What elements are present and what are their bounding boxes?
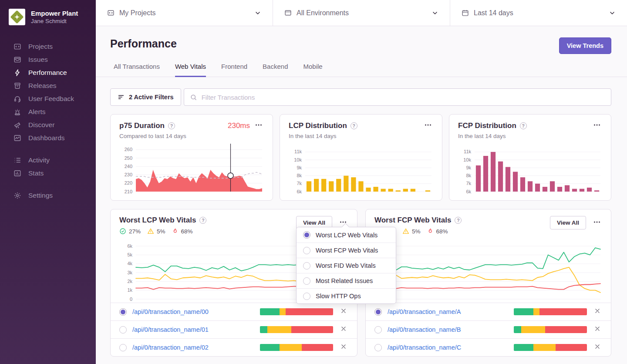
svg-text:0: 0 bbox=[130, 297, 132, 302]
view-trends-button[interactable]: View Trends bbox=[559, 37, 611, 54]
tab-mobile[interactable]: Mobile bbox=[303, 63, 322, 77]
svg-text:6k: 6k bbox=[466, 189, 471, 194]
project-picker-icon bbox=[107, 9, 115, 17]
card-title: FCP Distribution bbox=[458, 121, 516, 130]
ellipsis-menu-icon[interactable] bbox=[253, 121, 264, 131]
transaction-link[interactable]: /api/0/transaction_name/A bbox=[388, 308, 461, 315]
transaction-link[interactable]: /api/0/transaction_name/01 bbox=[132, 326, 209, 333]
menu-item-worst-fid[interactable]: Worst FID Web Vitals bbox=[297, 258, 396, 273]
tab-frontend[interactable]: Frontend bbox=[221, 63, 247, 77]
card-options-menu: Worst LCP Web Vitals Worst FCP Web Vital… bbox=[296, 227, 396, 304]
check-circle-icon bbox=[119, 228, 126, 235]
close-icon[interactable] bbox=[593, 308, 602, 316]
project-picker-label: My Projects bbox=[119, 9, 156, 17]
topbar: My Projects All Environments Last 14 day… bbox=[96, 0, 627, 26]
ellipsis-menu-icon[interactable] bbox=[592, 218, 602, 228]
help-icon[interactable]: ? bbox=[351, 122, 357, 129]
svg-text:7k: 7k bbox=[466, 181, 471, 186]
radio-button[interactable] bbox=[119, 344, 127, 351]
radio-button[interactable] bbox=[374, 326, 382, 334]
performance-icon bbox=[13, 69, 21, 77]
radio-button bbox=[303, 262, 310, 270]
close-icon[interactable] bbox=[339, 344, 348, 351]
radio-button bbox=[303, 231, 310, 239]
transaction-link[interactable]: /api/0/transaction_name/02 bbox=[132, 344, 209, 351]
vitals-bar bbox=[514, 308, 587, 315]
help-icon[interactable]: ? bbox=[168, 122, 175, 129]
menu-item-slow-http-ops[interactable]: Slow HTTP Ops bbox=[297, 288, 396, 303]
svg-text:230: 230 bbox=[125, 172, 132, 177]
sidebar-item-releases[interactable]: Releases bbox=[0, 79, 96, 92]
sidebar-item-label: Stats bbox=[28, 169, 44, 177]
vitals-bar bbox=[260, 308, 333, 315]
radio-button bbox=[303, 293, 310, 300]
close-icon[interactable] bbox=[593, 344, 602, 351]
sidebar-item-activity[interactable]: Activity bbox=[0, 154, 96, 167]
svg-text:6k: 6k bbox=[127, 243, 132, 249]
p75-value: 230ms bbox=[228, 121, 250, 130]
card-title: Worst LCP Web Vitals bbox=[119, 216, 196, 225]
warning-triangle-icon bbox=[147, 228, 154, 235]
date-range-picker[interactable]: Last 14 days bbox=[450, 0, 627, 26]
sidebar-item-alerts[interactable]: Alerts bbox=[0, 105, 96, 118]
settings-icon bbox=[13, 192, 21, 199]
sidebar-item-label: Releases bbox=[28, 82, 57, 90]
radio-button[interactable] bbox=[119, 308, 127, 316]
vitals-bar bbox=[514, 344, 587, 351]
sidebar-item-discover[interactable]: Discover bbox=[0, 118, 96, 131]
ellipsis-menu-icon[interactable] bbox=[423, 121, 433, 131]
close-icon[interactable] bbox=[339, 326, 348, 334]
sidebar-item-projects[interactable]: Projects bbox=[0, 40, 96, 53]
sidebar-nav: Projects Issues Performance Releases Use… bbox=[0, 40, 96, 202]
user-feedback-icon bbox=[13, 95, 21, 103]
sidebar-item-stats[interactable]: Stats bbox=[0, 167, 96, 180]
transaction-link[interactable]: /api/0/transaction_name/C bbox=[388, 344, 461, 351]
sidebar-item-dashboards[interactable]: Dashboards bbox=[0, 131, 96, 145]
close-icon[interactable] bbox=[339, 308, 348, 316]
menu-item-worst-fcp[interactable]: Worst FCP Web Vitals bbox=[297, 243, 396, 258]
sidebar-item-user-feedback[interactable]: User Feedback bbox=[0, 92, 96, 105]
tab-web-vitals[interactable]: Web Vitals bbox=[175, 63, 206, 77]
tab-backend[interactable]: Backend bbox=[263, 63, 288, 77]
main-area: My Projects All Environments Last 14 day… bbox=[96, 0, 627, 364]
chevron-down-icon bbox=[431, 10, 438, 17]
table-row: /api/0/transaction_name/C bbox=[366, 338, 611, 356]
active-filters-button[interactable]: 2 Active Filters bbox=[110, 88, 181, 106]
menu-item-label: Most Related Issues bbox=[316, 277, 373, 284]
menu-item-label: Slow HTTP Ops bbox=[316, 293, 361, 300]
transaction-link[interactable]: /api/0/transaction_name/B bbox=[388, 326, 461, 333]
table-row: /api/0/transaction_name/00 bbox=[111, 303, 357, 320]
p75-duration-chart: 260250240230220210 bbox=[119, 143, 264, 195]
svg-text:240: 240 bbox=[125, 164, 132, 169]
radio-button[interactable] bbox=[374, 344, 382, 351]
help-icon[interactable]: ? bbox=[520, 122, 527, 129]
project-picker[interactable]: My Projects bbox=[96, 0, 273, 26]
transaction-link[interactable]: /api/0/transaction_name/00 bbox=[132, 308, 209, 315]
tab-all-transactions[interactable]: All Transactions bbox=[114, 63, 160, 77]
menu-item-most-related-issues[interactable]: Most Related Issues bbox=[297, 273, 396, 288]
org-switcher[interactable]: Empower Plant Jane Schmidt bbox=[0, 0, 96, 25]
vitals-bar bbox=[260, 326, 333, 333]
ellipsis-menu-icon[interactable] bbox=[592, 121, 602, 131]
sidebar-item-issues[interactable]: Issues bbox=[0, 53, 96, 66]
calendar-icon bbox=[462, 9, 469, 17]
view-all-button[interactable]: View All bbox=[550, 216, 586, 229]
card-subtitle: In the last 14 days bbox=[458, 133, 602, 139]
radio-button[interactable] bbox=[374, 308, 382, 316]
help-icon[interactable]: ? bbox=[455, 217, 462, 224]
org-logo bbox=[9, 9, 25, 25]
sidebar-item-performance[interactable]: Performance bbox=[0, 66, 96, 79]
table-row: /api/0/transaction_name/01 bbox=[111, 320, 357, 338]
svg-text:7k: 7k bbox=[297, 181, 302, 186]
svg-text:8k: 8k bbox=[466, 173, 471, 178]
sidebar-item-settings[interactable]: Settings bbox=[0, 189, 96, 202]
menu-item-worst-lcp[interactable]: Worst LCP Web Vitals bbox=[297, 227, 396, 243]
environment-picker[interactable]: All Environments bbox=[273, 0, 450, 26]
help-icon[interactable]: ? bbox=[199, 217, 206, 224]
close-icon[interactable] bbox=[593, 326, 602, 334]
active-filters-label: 2 Active Filters bbox=[129, 94, 174, 101]
card-subtitle: Compared to last 14 days bbox=[119, 133, 264, 139]
radio-button[interactable] bbox=[119, 326, 127, 334]
svg-text:250: 250 bbox=[125, 155, 132, 161]
search-input[interactable] bbox=[202, 94, 605, 101]
